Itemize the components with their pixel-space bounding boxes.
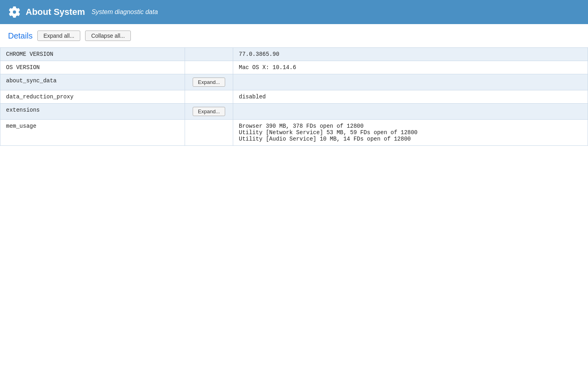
expand-button[interactable]: Expand... [193,78,225,87]
table-row: about_sync_dataExpand... [0,74,588,90]
row-expand-cell [185,90,233,104]
table-row: data_reduction_proxydisabled [0,90,588,104]
expand-button[interactable]: Expand... [193,107,225,116]
row-value-cell: Mac OS X: 10.14.6 [233,61,588,74]
row-key-cell: about_sync_data [0,74,185,90]
gear-icon [8,6,21,18]
row-expand-cell [185,48,233,61]
table-row: CHROME VERSION77.0.3865.90 [0,48,588,61]
table-row: mem_usageBrowser 390 MB, 378 FDs open of… [0,120,588,146]
row-key-cell: CHROME VERSION [0,48,185,61]
row-key-cell: data_reduction_proxy [0,90,185,104]
row-value-cell [233,74,588,90]
app-title: About System [26,7,85,17]
row-value-cell [233,104,588,120]
row-key-cell: mem_usage [0,120,185,146]
row-expand-cell [185,61,233,74]
details-section-header: Details Expand all... Collapse all... [0,24,588,47]
row-value-cell: Browser 390 MB, 378 FDs open of 12800 Ut… [233,120,588,146]
row-value-cell: disabled [233,90,588,104]
collapse-all-button[interactable]: Collapse all... [85,31,131,41]
row-key-cell: OS VERSION [0,61,185,74]
system-data-table: CHROME VERSION77.0.3865.90OS VERSIONMac … [0,47,588,146]
expand-all-button[interactable]: Expand all... [37,31,80,41]
row-key-cell: extensions [0,104,185,120]
row-value-cell: 77.0.3865.90 [233,48,588,61]
row-expand-cell[interactable]: Expand... [185,74,233,90]
table-row: OS VERSIONMac OS X: 10.14.6 [0,61,588,74]
app-header: About System System diagnostic data [0,0,588,24]
details-heading: Details [8,31,33,41]
row-expand-cell[interactable]: Expand... [185,104,233,120]
row-expand-cell [185,120,233,146]
app-subtitle: System diagnostic data [92,8,158,16]
table-row: extensionsExpand... [0,104,588,120]
